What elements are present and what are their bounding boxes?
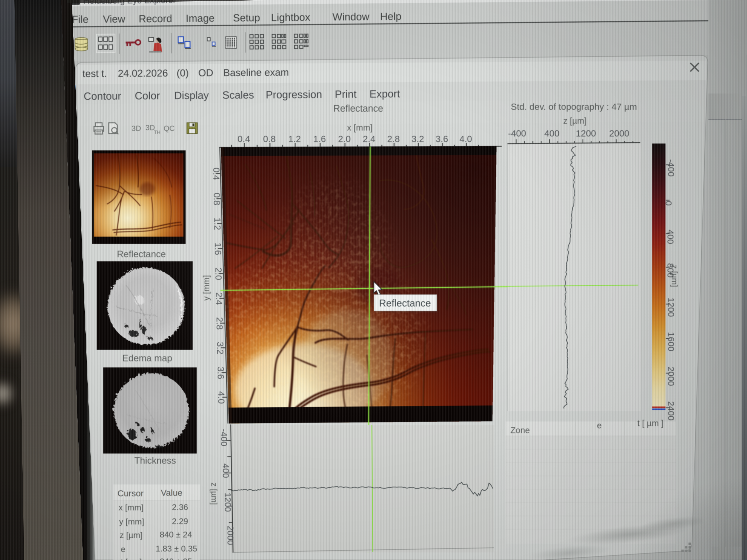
svg-text:3D: 3D xyxy=(132,124,141,132)
svg-text:TH: TH xyxy=(154,129,160,135)
svg-text:3D: 3D xyxy=(146,124,155,132)
svg-text:QC: QC xyxy=(163,124,175,132)
